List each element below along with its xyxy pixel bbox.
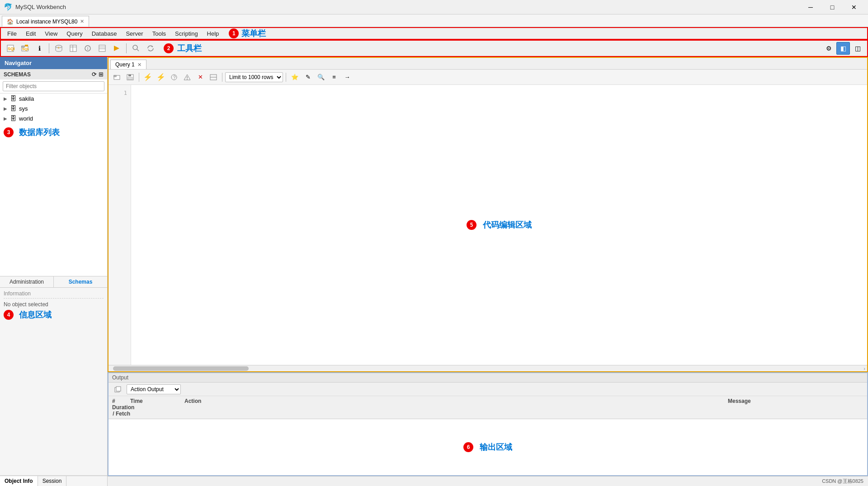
output-content: 6 输出区域 <box>108 419 867 475</box>
title-bar-left: 🐬 MySQL Workbench <box>4 3 66 11</box>
menu-annotation-number: 1 <box>229 28 239 38</box>
code-content[interactable]: 5 代码编辑区域 <box>131 85 867 365</box>
schemas-label: SCHEMAS <box>4 71 31 78</box>
schema-item-sys[interactable]: ▶ 🗄 sys <box>0 103 107 113</box>
instance-tab[interactable]: 🏠 Local instance MYSQL80 ✕ <box>2 16 89 27</box>
toolbar-btn-sidebar-left[interactable]: ◧ <box>836 42 850 55</box>
schema-refresh-btn[interactable]: ⟳ <box>92 71 97 78</box>
menu-item-scripting[interactable]: Scripting <box>170 29 203 38</box>
menu-item-file[interactable]: File <box>3 29 21 38</box>
menu-annotation-label: 菜单栏 <box>241 28 266 39</box>
toolbar-btn-open[interactable]: SQL <box>18 42 32 55</box>
svg-rect-8 <box>70 45 76 51</box>
toolbar-annotation-number: 2 <box>164 43 174 53</box>
col-duration: Duration / Fetch <box>112 404 130 417</box>
qbtn-toggle[interactable] <box>208 71 219 83</box>
toolbar-btn-info[interactable]: ℹ <box>33 42 46 55</box>
qbtn-stop[interactable] <box>181 71 193 83</box>
schema-item-sakila[interactable]: ▶ 🗄 sakila <box>0 93 107 103</box>
navigator-header: Navigator <box>0 57 107 69</box>
filter-input[interactable] <box>3 81 104 91</box>
limit-select[interactable]: Limit to 1000 rows <box>225 72 283 82</box>
maximize-button[interactable]: □ <box>822 0 843 14</box>
schema-name: world <box>19 115 33 122</box>
qbtn-execute-current[interactable]: ⚡ <box>155 71 167 83</box>
menu-item-view[interactable]: View <box>40 29 62 38</box>
menu-item-edit[interactable]: Edit <box>21 29 40 38</box>
line-number-1: 1 <box>108 89 131 98</box>
app-title: MySQL Workbench <box>15 4 66 10</box>
query-tab-label: Query 1 <box>115 61 135 68</box>
qbtn-cancel[interactable]: ✕ <box>194 71 206 83</box>
output-copy-btn[interactable] <box>112 383 124 395</box>
toolbar-btn-new-table[interactable] <box>66 42 80 55</box>
sidebar-tabs: Administration Schemas <box>0 276 107 288</box>
info-header: Information <box>4 290 104 299</box>
scrollbar-thumb[interactable] <box>113 366 249 371</box>
action-output-wrapper: Action Output <box>127 384 181 394</box>
output-annotation-number: 6 <box>463 442 473 452</box>
tab-close-icon[interactable]: ✕ <box>80 19 84 24</box>
menu-item-help[interactable]: Help <box>203 29 224 38</box>
tab-schemas[interactable]: Schemas <box>54 276 107 287</box>
tab-label: Local instance MYSQL80 <box>16 19 77 25</box>
qbtn-beautify[interactable]: ✎ <box>302 71 314 83</box>
toolbar-btn-inspect[interactable] <box>81 42 94 55</box>
qbtn-wrap-lines[interactable]: → <box>341 71 353 83</box>
horizontal-scrollbar[interactable]: › <box>108 365 867 371</box>
toolbar-btn-search[interactable] <box>129 42 143 55</box>
close-button[interactable]: ✕ <box>844 0 864 14</box>
query-tab-close[interactable]: ✕ <box>137 62 142 68</box>
output-annotation: 6 输出区域 <box>463 442 512 453</box>
info-no-object: No object selected <box>4 301 104 308</box>
svg-line-19 <box>137 49 139 51</box>
qbtn-find[interactable]: 🔍 <box>315 71 327 83</box>
query-tab-1[interactable]: Query 1 ✕ <box>110 60 146 69</box>
toolbar-btn-settings[interactable]: ⚙ <box>822 42 835 55</box>
menu-item-tools[interactable]: Tools <box>148 29 170 38</box>
schema-list: ▶ 🗄 sakila ▶ 🗄 sys ▶ 🗄 world 3 数据库列表 <box>0 93 107 276</box>
qbtn-open[interactable] <box>111 71 123 83</box>
schema-item-world[interactable]: ▶ 🗄 world <box>0 113 107 123</box>
schemas-header: SCHEMAS ⟳ ⊞ <box>0 69 107 79</box>
query-area: Query 1 ✕ ⚡ ⚡ ? <box>108 57 868 372</box>
col-action: Action <box>184 398 728 404</box>
menu-item-database[interactable]: Database <box>87 29 122 38</box>
toolbar-btn-sidebar-right[interactable]: ◫ <box>851 42 864 55</box>
schema-expand-btn[interactable]: ⊞ <box>99 71 104 78</box>
code-editor: 1 5 代码编辑区域 <box>108 85 867 365</box>
toolbar-btn-edit[interactable] <box>95 42 109 55</box>
qbtn-save[interactable] <box>124 71 136 83</box>
bottom-tab-object-info[interactable]: Object Info <box>0 476 38 486</box>
qbtn-execute[interactable]: ⚡ <box>142 71 154 83</box>
database-icon: 🗄 <box>10 95 16 102</box>
toolbar: SQL SQL ℹ + 2 工具栏 ⚙ ◧ <box>0 40 868 57</box>
bottom-tab-session[interactable]: Session <box>38 476 67 486</box>
db-list-annotation: 3 数据库列表 <box>0 123 107 141</box>
menu-item-query[interactable]: Query <box>62 29 87 38</box>
sidebar-bottom-tabs: Object Info Session <box>0 476 107 486</box>
qbtn-explain[interactable]: ? <box>168 71 180 83</box>
action-output-select[interactable]: Action Output <box>127 384 181 394</box>
qbtn-bookmark[interactable]: ⭐ <box>289 71 301 83</box>
toolbar-btn-fwd-eng[interactable] <box>110 42 123 55</box>
qbtn-invisible-chars[interactable]: ≡ <box>328 71 340 83</box>
qtoolbar-sep-3 <box>286 73 286 82</box>
svg-rect-14 <box>99 45 105 51</box>
minimize-button[interactable]: ─ <box>800 0 821 14</box>
code-annotation-label: 代码编辑区域 <box>483 220 532 230</box>
status-bar: CSDN @王栋0825 <box>108 476 868 486</box>
schemas-actions: ⟳ ⊞ <box>92 71 104 78</box>
status-text: CSDN @王栋0825 <box>822 478 863 485</box>
toolbar-btn-sql[interactable]: SQL <box>4 42 17 55</box>
svg-rect-33 <box>116 387 121 391</box>
toolbar-right: ⚙ ◧ ◫ <box>822 42 864 55</box>
toolbar-btn-new-schema[interactable]: + <box>52 42 66 55</box>
tab-administration[interactable]: Administration <box>0 276 54 287</box>
toolbar-btn-reconnect[interactable] <box>144 42 157 55</box>
menu-item-server[interactable]: Server <box>121 29 147 38</box>
db-list-number: 3 <box>4 127 14 137</box>
svg-text:SQL: SQL <box>8 47 14 51</box>
svg-text:?: ? <box>173 75 176 80</box>
output-area: Output Action Output # Time Action Messa… <box>108 372 868 476</box>
